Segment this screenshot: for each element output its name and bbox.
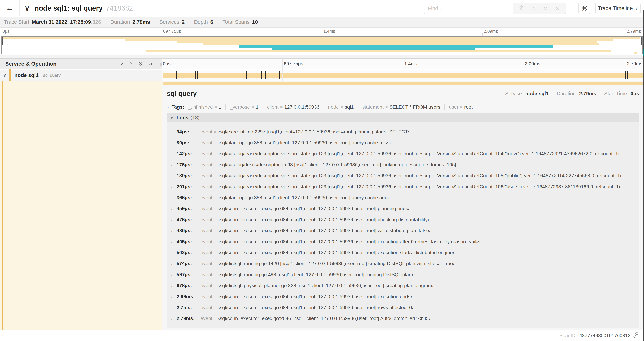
span-duration-bar bbox=[163, 82, 642, 85]
clear-find-icon[interactable]: ✕ bbox=[554, 5, 561, 12]
log-expander-icon[interactable]: › bbox=[167, 162, 176, 167]
tag-item[interactable]: _unfinished=1 bbox=[188, 104, 222, 110]
minimap-span-bar bbox=[240, 45, 552, 48]
minimap-span-bar bbox=[272, 48, 474, 50]
tags-row[interactable]: › Tags: _unfinished=1_verbose=1client=12… bbox=[167, 102, 639, 112]
log-marker-tick bbox=[176, 71, 177, 79]
log-entry-row[interactable]: ›2.7ms:event=‹sql/conn_executor_exec.go:… bbox=[167, 302, 639, 313]
log-entry-row[interactable]: ›495μs:event=‹sql/conn_executor_exec.go:… bbox=[167, 236, 639, 247]
log-expander-icon[interactable]: › bbox=[167, 173, 176, 178]
log-marker-tick bbox=[244, 71, 245, 79]
tag-item[interactable]: statement=SELECT * FROM users bbox=[358, 104, 440, 110]
span-meta-value: 0μs bbox=[630, 91, 639, 97]
logs-header[interactable]: ∨ Logs (18) bbox=[167, 114, 639, 122]
log-expander-icon[interactable]: › bbox=[167, 283, 176, 288]
minimap-ruler: 0μs697.75μs1.4ms2.09ms2.79ms bbox=[2, 28, 642, 36]
log-expander-icon[interactable]: › bbox=[167, 261, 176, 266]
log-entry-row[interactable]: ›486μs:event=‹sql/conn_executor_exec.go:… bbox=[167, 225, 639, 236]
log-entry-row[interactable]: ›201μs:event=‹sql/catalog/lease/descript… bbox=[167, 181, 639, 192]
log-entry-row[interactable]: ›176μs:event=‹sql/catalog/descs/descript… bbox=[167, 159, 639, 170]
tags-expander-icon[interactable]: › bbox=[168, 105, 169, 110]
deep-link-icon[interactable] bbox=[633, 332, 639, 339]
log-expander-icon[interactable]: › bbox=[167, 206, 176, 211]
log-expander-icon[interactable]: › bbox=[167, 217, 176, 222]
equals-sign: = bbox=[214, 162, 216, 167]
log-field-value: ‹sql/conn_executor_exec.go:684 [nsql1,cl… bbox=[218, 294, 412, 299]
log-field-key: event bbox=[200, 140, 212, 146]
log-entry-row[interactable]: ›574μs:event=‹sql/distsql_running.go:142… bbox=[167, 258, 639, 269]
log-expander-icon[interactable]: › bbox=[167, 129, 176, 134]
log-tick-layer bbox=[163, 70, 642, 81]
minimap-left-handle[interactable] bbox=[2, 37, 3, 45]
logs-section: ∨ Logs (18) ›34μs:event=‹sql/exec_util.g… bbox=[167, 113, 639, 328]
keyboard-shortcuts-button[interactable]: ⌘ bbox=[578, 3, 590, 14]
tag-item[interactable]: _verbose=1 bbox=[226, 104, 258, 110]
trace-info-label: Total Spans bbox=[222, 19, 250, 25]
trace-collapse-toggle[interactable]: ∨ bbox=[24, 0, 30, 16]
log-marker-tick bbox=[168, 71, 169, 79]
log-expander-icon[interactable]: › bbox=[167, 239, 176, 244]
log-expander-icon[interactable]: › bbox=[167, 305, 176, 310]
log-entry-row[interactable]: ›476μs:event=‹sql/conn_executor_exec.go:… bbox=[167, 214, 639, 225]
log-timestamp: 2.7ms: bbox=[176, 305, 197, 310]
trace-view-selector[interactable]: Trace Timeline ∨ bbox=[595, 3, 640, 14]
log-entry-row[interactable]: ›34μs:event=‹sql/exec_util.go:2297 [nsql… bbox=[167, 126, 639, 137]
log-entry-row[interactable]: ›597μs:event=‹sql/distsql_running.go:498… bbox=[167, 269, 639, 280]
log-entry-row[interactable]: ›678μs:event=‹sql/distsql_physical_plann… bbox=[167, 280, 639, 291]
tag-item[interactable]: user=root bbox=[444, 104, 472, 110]
span-meta-label: Service: bbox=[505, 91, 523, 97]
log-timestamp: 34μs: bbox=[176, 129, 197, 135]
log-expander-icon[interactable]: › bbox=[167, 316, 176, 321]
log-entry-row[interactable]: ›2.79ms:event=‹sql/conn_executor_exec.go… bbox=[167, 313, 639, 324]
tag-value: 1 bbox=[219, 104, 222, 110]
find-input[interactable] bbox=[424, 3, 513, 14]
log-expander-icon[interactable]: › bbox=[167, 151, 176, 156]
log-entry-row[interactable]: ›142μs:event=‹sql/catalog/lease/descript… bbox=[167, 148, 639, 159]
prev-match-icon[interactable]: ∧ bbox=[530, 5, 537, 12]
log-entry-row[interactable]: ›80μs:event=‹sql/plan_opt.go:358 [nsql1,… bbox=[167, 137, 639, 148]
tag-item[interactable]: node=sql1 bbox=[324, 104, 354, 110]
log-expander-icon[interactable]: › bbox=[167, 250, 176, 255]
log-expander-icon[interactable]: › bbox=[167, 294, 176, 299]
log-expander-icon[interactable]: › bbox=[167, 141, 176, 145]
trace-info-bar: Trace StartMarch 31 2022, 17:25:09.326Du… bbox=[0, 17, 644, 28]
trace-info-value: 6 bbox=[210, 19, 213, 25]
back-button[interactable]: ← bbox=[0, 0, 20, 16]
span-meta-label: Start Time: bbox=[604, 91, 628, 97]
next-match-icon[interactable]: ∨ bbox=[542, 5, 549, 12]
log-timestamp: 459μs: bbox=[176, 206, 197, 211]
expand-all-icon[interactable] bbox=[148, 61, 154, 67]
span-row[interactable]: ∨ node sql1 sql query bbox=[0, 70, 162, 81]
log-entry-row[interactable]: ›459μs:event=‹sql/conn_executor_exec.go:… bbox=[167, 203, 639, 214]
log-field-key: event bbox=[200, 305, 212, 310]
log-expander-icon[interactable]: › bbox=[167, 272, 176, 277]
ruler-tick-label: 0μs bbox=[2, 29, 10, 34]
collapse-all-icon[interactable] bbox=[138, 61, 143, 67]
log-field-key: event bbox=[200, 217, 212, 222]
log-entry-row[interactable]: ›502μs:event=‹sql/conn_executor_exec.go:… bbox=[167, 247, 639, 258]
ruler-tick-label: 2.79ms bbox=[627, 29, 641, 34]
span-meta: Service:node sql1Duration:2.79msStart Ti… bbox=[505, 91, 639, 97]
log-field-value: ‹sql/catalog/descs/descriptor.go:98 [nsq… bbox=[218, 162, 458, 168]
log-entry-row[interactable]: ›2.69ms:event=‹sql/conn_executor_exec.go… bbox=[167, 291, 639, 302]
log-marker-tick bbox=[193, 71, 193, 79]
span-operation-title: sql query bbox=[167, 90, 505, 97]
trace-minimap[interactable] bbox=[2, 36, 642, 54]
equals-sign: = bbox=[214, 272, 216, 277]
log-expander-icon[interactable]: › bbox=[167, 228, 176, 233]
log-entry-row[interactable]: ›366μs:event=‹sql/plan_opt.go:358 [nsql1… bbox=[167, 192, 639, 203]
log-expander-icon[interactable]: › bbox=[167, 184, 176, 189]
log-entry-row[interactable]: ›189μs:event=‹sql/catalog/lease/descript… bbox=[167, 170, 639, 181]
tag-item[interactable]: client=127.0.0.1:59936 bbox=[262, 104, 320, 110]
find-controls: ∧ ∨ ✕ bbox=[513, 3, 566, 14]
trace-info-label: Trace Start bbox=[4, 19, 29, 25]
collapse-one-icon[interactable] bbox=[118, 61, 124, 67]
focus-icon[interactable] bbox=[518, 5, 525, 12]
tag-key: statement bbox=[362, 104, 384, 110]
log-expander-icon[interactable]: › bbox=[167, 195, 176, 200]
minimap-right-handle[interactable] bbox=[641, 37, 642, 45]
span-detail-panel: sql query Service:node sql1Duration:2.79… bbox=[162, 81, 644, 330]
expand-one-icon[interactable] bbox=[128, 61, 134, 67]
span-expander-icon[interactable]: ∨ bbox=[0, 73, 9, 78]
tag-key: client bbox=[267, 104, 278, 110]
